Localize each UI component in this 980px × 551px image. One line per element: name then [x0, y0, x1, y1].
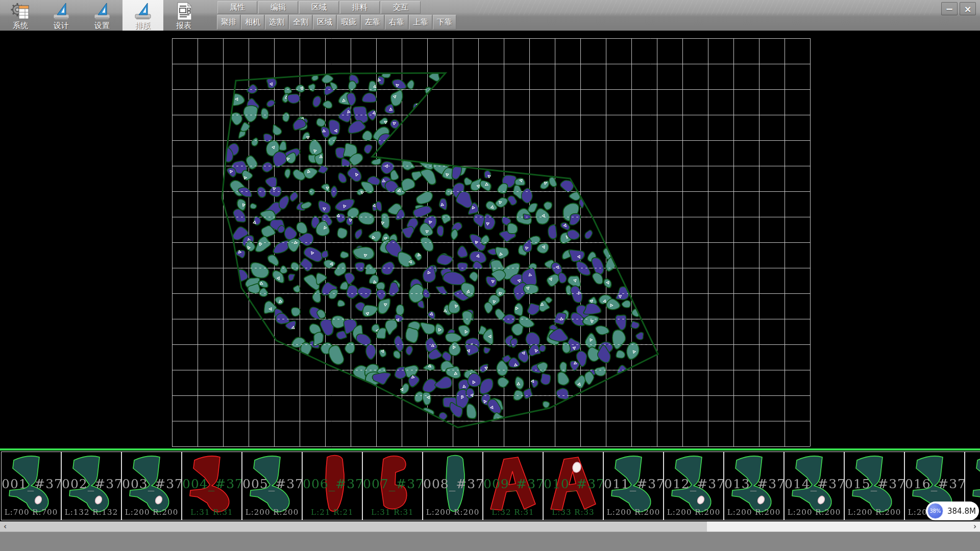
close-button[interactable]: ×	[960, 2, 976, 15]
scrollbar-thumb[interactable]	[0, 521, 707, 532]
report-icon	[174, 1, 193, 21]
tool-align-right[interactable]: 右靠	[385, 15, 408, 30]
design-icon	[52, 1, 71, 21]
piece-thumbnail-shape	[363, 452, 422, 520]
app-buttons: 系统 设计	[0, 0, 204, 31]
piece-thumbnail-shape	[423, 452, 482, 520]
nesting-workspace	[0, 31, 980, 448]
memory-usage-label: 384.8M	[947, 502, 976, 520]
settings-icon	[92, 1, 112, 21]
tool-cut-all[interactable]: 全割	[289, 15, 312, 30]
layout-icon	[133, 1, 153, 21]
app-button-system[interactable]: 系统	[0, 0, 41, 31]
tool-align-top[interactable]: 上靠	[409, 15, 432, 30]
piece-thumbnail[interactable]: 007_#37L:31 R:31	[362, 452, 423, 520]
app-button-design[interactable]: 设计	[41, 0, 82, 31]
piece-thumbnail[interactable]: 006_#37L:21 R:21	[302, 452, 362, 520]
window-controls: − ×	[941, 2, 976, 15]
nesting-canvas[interactable]	[0, 31, 980, 448]
tool-defect[interactable]: 瑕疵	[337, 15, 360, 30]
app-button-label: 系统	[13, 21, 28, 30]
app-button-label: 设置	[94, 21, 110, 30]
app-button-label: 排版	[135, 21, 151, 30]
piece-thumbnail[interactable]: 004_#37L:31 R:31	[182, 452, 242, 520]
piece-thumbnail[interactable]: 001_#37L:700 R:700	[1, 452, 61, 520]
scroll-right-arrow-icon[interactable]: ›	[970, 521, 980, 532]
scroll-left-arrow-icon[interactable]: ‹	[0, 521, 10, 532]
piece-thumbnail-shape	[544, 452, 603, 520]
piece-thumbnail-shape	[604, 452, 663, 520]
app-button-label: 报表	[176, 21, 191, 30]
piece-thumbnail-shape	[182, 452, 241, 520]
toolbar: 系统 设计	[0, 0, 980, 31]
piece-thumbnail-shape	[664, 452, 723, 520]
menu-interaction[interactable]: 交互	[381, 1, 421, 14]
piece-thumbnail[interactable]: 008_#37L:200 R:200	[423, 452, 483, 520]
menu-edit[interactable]: 编辑	[258, 1, 298, 14]
system-icon	[11, 1, 30, 21]
piece-thumbnail[interactable]: 012_#37L:200 R:200	[664, 452, 724, 520]
piece-thumbnail[interactable]: 009_#37L:32 R:31	[483, 452, 543, 520]
menu-properties[interactable]: 属性	[217, 1, 257, 14]
tool-align-left[interactable]: 左靠	[361, 15, 384, 30]
piece-thumbnail-shape	[785, 452, 844, 520]
piece-thumbnail-shape	[483, 452, 543, 520]
piece-thumbnail-shape	[242, 452, 302, 520]
app-button-report[interactable]: 报表	[163, 0, 204, 31]
piece-thumbnail-shape	[62, 452, 121, 520]
menu-nesting[interactable]: 排料	[340, 1, 380, 14]
tool-region[interactable]: 区域	[313, 15, 336, 30]
minimize-button[interactable]: −	[941, 2, 958, 15]
tool-camera[interactable]: 相机	[241, 15, 264, 30]
tool-align-bottom[interactable]: 下靠	[433, 15, 456, 30]
memory-percent-indicator: 38%	[927, 503, 943, 519]
piece-thumbnail-shape	[845, 452, 904, 520]
app-button-settings[interactable]: 设置	[82, 0, 122, 31]
app-button-label: 设计	[54, 21, 69, 30]
piece-thumbnail-strip: 001_#37L:700 R:700002_#37L:132 R:132003_…	[0, 450, 980, 521]
piece-thumbnail[interactable]: 003_#37L:200 R:200	[121, 452, 182, 520]
piece-thumbnail[interactable]: 011_#37L:200 R:200	[603, 452, 664, 520]
piece-thumbnail-shape	[122, 452, 181, 520]
horizontal-scrollbar: ‹ ›	[0, 521, 980, 532]
status-bar	[0, 532, 980, 551]
toolbar-texture	[475, 0, 934, 15]
tool-cluster-nest[interactable]: 聚排	[217, 15, 240, 30]
piece-thumbnail[interactable]: 013_#37L:200 R:200	[724, 452, 784, 520]
piece-thumbnail-shape	[303, 452, 362, 520]
piece-thumbnail[interactable]: 014_#37L:200 R:200	[784, 452, 844, 520]
piece-thumbnail-shape	[724, 452, 783, 520]
menu-region[interactable]: 区域	[299, 1, 339, 14]
piece-thumbnail-shape	[2, 452, 61, 520]
piece-thumbnail[interactable]: 010_#37L:33 R:33	[543, 452, 603, 520]
app-button-layout-active[interactable]: 排版	[122, 0, 163, 31]
piece-thumbnail[interactable]: 002_#37L:132 R:132	[61, 452, 121, 520]
menu-bar: 属性 编辑 区域 排料 交互	[217, 1, 421, 14]
nesting-app-window: 系统 设计	[0, 0, 980, 551]
piece-thumbnail[interactable]: 015_#37L:200 R:200	[844, 452, 904, 520]
piece-thumbnail[interactable]: 005_#37L:200 R:200	[242, 452, 302, 520]
memory-badge: 38% 384.8M	[926, 502, 979, 520]
tool-bar: 聚排 相机 选割 全割 区域 瑕疵 左靠 右靠 上靠 下靠	[217, 15, 456, 30]
tool-select-cut[interactable]: 选割	[265, 15, 288, 30]
